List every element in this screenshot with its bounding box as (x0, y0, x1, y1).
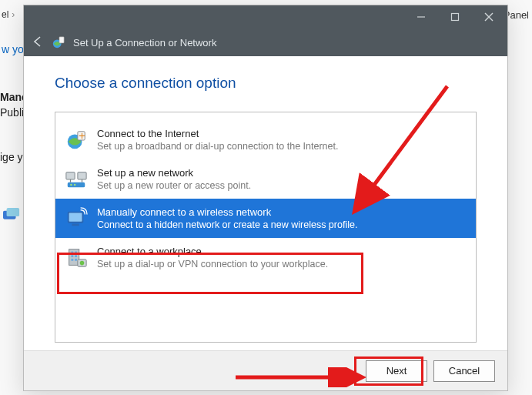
svg-rect-3 (452, 14, 459, 21)
router-icon (65, 168, 88, 191)
minimize-button[interactable] (404, 6, 438, 28)
globe-icon (65, 129, 88, 152)
option-desc: Connect to a hidden network or create a … (97, 219, 357, 230)
option-title: Set up a new network (97, 167, 251, 179)
breadcrumb-fragment: el› (2, 9, 18, 20)
close-button[interactable] (472, 6, 506, 28)
option-title: Connect to a workplace (97, 246, 328, 257)
svg-rect-10 (66, 172, 75, 179)
titlebar (24, 5, 507, 28)
svg-rect-19 (72, 223, 79, 226)
svg-rect-7 (59, 37, 64, 43)
svg-point-13 (70, 183, 72, 186)
setup-connection-dialog: Set Up a Connection or Network Choose a … (23, 5, 508, 391)
dialog-title: Set Up a Connection or Network (73, 37, 216, 49)
option-manually-connect-wireless[interactable]: Manually connect to a wireless network C… (55, 199, 476, 238)
option-desc: Set up a new router or access point. (97, 180, 251, 191)
svg-rect-1 (7, 208, 20, 216)
option-setup-new-network[interactable]: Set up a new network Set up a new router… (55, 159, 476, 199)
dialog-content: Choose a connection option Connect to th… (24, 56, 507, 350)
svg-rect-25 (71, 258, 73, 260)
svg-point-14 (74, 183, 76, 186)
svg-rect-22 (75, 251, 77, 253)
dialog-footer: Next Cancel (24, 350, 507, 390)
connection-options-list: Connect to the Internet Set up a broadba… (55, 112, 477, 343)
option-desc: Set up a broadband or dial-up connection… (97, 141, 338, 152)
svg-rect-18 (69, 213, 82, 221)
bg-text-fragment: Publi (0, 106, 24, 119)
back-arrow-icon[interactable] (32, 35, 44, 50)
maximize-button[interactable] (438, 6, 472, 28)
network-globe-icon (52, 35, 65, 49)
bg-text-fragment: ige y (0, 151, 23, 163)
next-button[interactable]: Next (366, 360, 427, 382)
cancel-button[interactable]: Cancel (433, 360, 495, 382)
svg-rect-26 (75, 258, 77, 260)
option-title: Connect to the Internet (97, 128, 338, 139)
page-heading: Choose a connection option (55, 75, 477, 92)
dialog-header: Set Up a Connection or Network (24, 28, 507, 56)
option-title: Manually connect to a wireless network (97, 206, 357, 218)
wireless-monitor-icon (65, 207, 88, 230)
option-connect-workplace[interactable]: Connect to a workplace Set up a dial-up … (55, 238, 476, 277)
svg-point-28 (80, 260, 85, 265)
svg-rect-11 (78, 172, 86, 179)
svg-rect-21 (71, 251, 73, 253)
svg-rect-12 (68, 182, 85, 187)
bg-icon-fragment (3, 208, 20, 222)
svg-rect-23 (71, 255, 73, 257)
option-connect-internet[interactable]: Connect to the Internet Set up a broadba… (55, 120, 476, 159)
option-desc: Set up a dial-up or VPN connection to yo… (97, 259, 328, 269)
workplace-building-icon (65, 246, 88, 269)
svg-rect-24 (75, 255, 77, 257)
bg-link-fragment: w yo (2, 43, 24, 55)
